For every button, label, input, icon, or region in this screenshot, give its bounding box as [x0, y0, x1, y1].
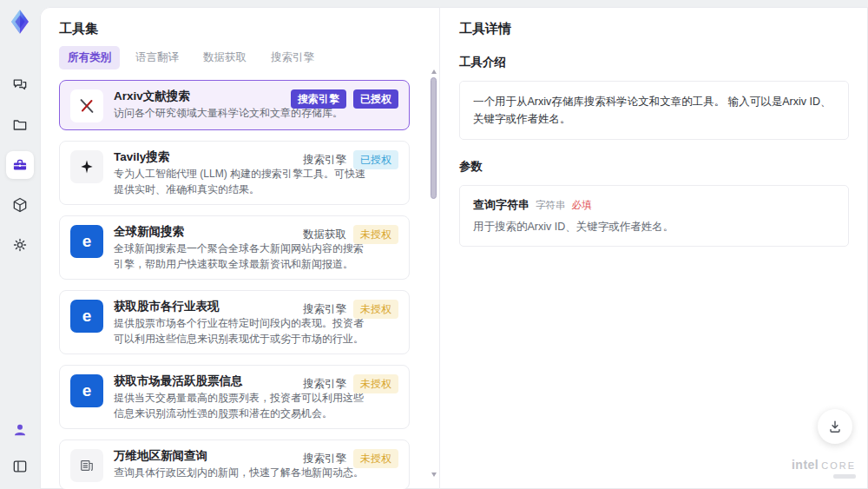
tool-detail-panel: 工具详情 工具介绍 一个用于从Arxiv存储库搜索科学论文和文章的工具。 输入可…: [439, 7, 868, 489]
page-title: 工具集: [59, 21, 422, 37]
category-label: 搜索引擎: [303, 302, 346, 317]
tavily-logo-icon: [70, 150, 103, 183]
sidebar-item-account[interactable]: [6, 416, 34, 444]
param-required-flag: 必填: [572, 199, 592, 212]
toolbox-icon: [11, 156, 29, 174]
scroll-up-arrow-icon[interactable]: [431, 69, 437, 74]
tool-desc: 提供股票市场各个行业在特定时间段内的表现。投资者可以利用这些信息来识别表现优于或…: [114, 316, 398, 347]
tab-search-engine[interactable]: 搜索引擎: [262, 46, 323, 69]
params-heading: 参数: [459, 159, 849, 175]
tool-desc: 全球新闻搜索是一个聚合全球各大新闻网站内容的搜索引擎，帮助用户快速获取全球最新资…: [114, 241, 398, 272]
intro-box: 一个用于从Arxiv存储库搜索科学论文和文章的工具。 输入可以是Arxiv ID…: [459, 81, 849, 140]
param-name: 查询字符串: [473, 197, 529, 213]
auth-status-badge: 未授权: [353, 225, 398, 244]
download-icon: [826, 418, 844, 435]
sidebar-item-toolbox[interactable]: [6, 151, 34, 179]
auth-status-badge: 已授权: [353, 150, 398, 169]
tool-card-list: Arxiv文献搜索 访问各个研究领域大量科学论文和文章的存储库。 搜索引擎 已授…: [59, 80, 422, 489]
intel-wordmark: intel: [792, 458, 819, 472]
tool-card-sector-performance[interactable]: e 获取股市各行业表现 提供股票市场各个行业在特定时间段内的表现。投资者可以利用…: [59, 290, 410, 354]
param-box: 查询字符串 字符串 必填 用于搜索的Arxiv ID、关键字或作者姓名。: [459, 185, 849, 247]
folder-icon: [11, 116, 29, 134]
tool-desc: 专为人工智能代理 (LLM) 构建的搜索引擎工具。可快速提供实时、准确和真实的结…: [114, 167, 398, 197]
tool-list-panel: 工具集 所有类别 语言翻译 数据获取 搜索引擎 Arxiv文献搜索 访问各个研究…: [40, 7, 439, 489]
param-type: 字符串: [536, 199, 566, 212]
arxiv-logo-icon: [70, 89, 103, 122]
stock-app-icon: e: [70, 300, 103, 333]
tool-card-regional-news[interactable]: 万维地区新闻查询 查询具体行政区划内的新闻，快速了解各地新闻动态。 搜索引擎 未…: [59, 439, 410, 489]
sidebar-item-models[interactable]: [6, 191, 34, 219]
detail-title: 工具详情: [459, 21, 849, 37]
app-logo-icon: [7, 9, 33, 35]
download-button[interactable]: [818, 409, 852, 444]
tool-card-most-active-stocks[interactable]: e 获取市场最活跃股票信息 提供当天交易量最高的股票列表，投资者可以利用这些信息…: [59, 365, 410, 429]
scrollbar-thumb[interactable]: [431, 77, 437, 199]
scroll-down-arrow-icon[interactable]: [431, 472, 437, 477]
tab-data-acquisition[interactable]: 数据获取: [194, 46, 255, 69]
sidebar-item-chat[interactable]: [6, 71, 34, 99]
category-badge: 搜索引擎: [291, 89, 346, 109]
category-tabs: 所有类别 语言翻译 数据获取 搜索引擎: [59, 46, 422, 69]
news-app-icon: e: [70, 225, 103, 258]
sidebar-item-collapse[interactable]: [6, 453, 34, 480]
sidebar-item-settings[interactable]: [6, 231, 34, 259]
auth-status-badge: 未授权: [353, 449, 398, 468]
intel-sub-mark: [833, 474, 856, 479]
auth-status-badge: 已授权: [353, 89, 398, 109]
tab-language-translation[interactable]: 语言翻译: [127, 46, 187, 69]
panel-toggle-icon: [11, 458, 29, 475]
stock-app-icon: e: [70, 374, 103, 407]
list-scrollbar[interactable]: [431, 69, 437, 489]
user-icon: [11, 421, 29, 439]
auth-status-badge: 未授权: [353, 374, 398, 393]
tab-all-categories[interactable]: 所有类别: [59, 46, 120, 69]
tool-card-global-news[interactable]: e 全球新闻搜索 全球新闻搜索是一个聚合全球各大新闻网站内容的搜索引擎，帮助用户…: [59, 215, 410, 280]
tool-card-arxiv[interactable]: Arxiv文献搜索 访问各个研究领域大量科学论文和文章的存储库。 搜索引擎 已授…: [59, 80, 410, 130]
sidebar-item-files[interactable]: [6, 111, 34, 139]
intel-core-logo: intel CORE: [792, 458, 856, 479]
sidebar-rail: [0, 0, 40, 489]
intro-heading: 工具介绍: [459, 55, 849, 70]
category-label: 数据获取: [303, 228, 346, 242]
cube-icon: [11, 196, 29, 214]
main-panel: 工具集 所有类别 语言翻译 数据获取 搜索引擎 Arxiv文献搜索 访问各个研究…: [40, 7, 868, 489]
chat-icon: [11, 76, 29, 94]
category-label: 搜索引擎: [303, 452, 346, 466]
tool-desc: 提供当天交易量最高的股票列表，投资者可以利用这些信息来识别流动性强的股票和潜在的…: [114, 391, 398, 421]
category-label: 搜索引擎: [303, 153, 346, 168]
category-label: 搜索引擎: [303, 377, 346, 392]
settings-icon: [11, 236, 29, 254]
auth-status-badge: 未授权: [353, 300, 398, 319]
newspaper-icon: [70, 449, 103, 482]
tool-card-tavily[interactable]: Tavily搜索 专为人工智能代理 (LLM) 构建的搜索引擎工具。可快速提供实…: [59, 141, 410, 205]
core-wordmark: CORE: [821, 460, 856, 471]
param-desc: 用于搜索的Arxiv ID、关键字或作者姓名。: [473, 220, 835, 235]
